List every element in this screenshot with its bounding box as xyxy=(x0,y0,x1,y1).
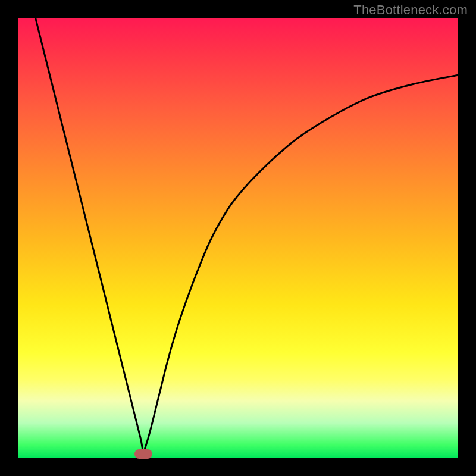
watermark-text: TheBottleneck.com xyxy=(353,2,468,18)
plot-area xyxy=(18,18,458,458)
curve-path xyxy=(36,18,458,454)
optimum-marker xyxy=(134,449,152,459)
outer-frame: TheBottleneck.com xyxy=(0,0,476,476)
bottleneck-curve xyxy=(18,18,458,458)
